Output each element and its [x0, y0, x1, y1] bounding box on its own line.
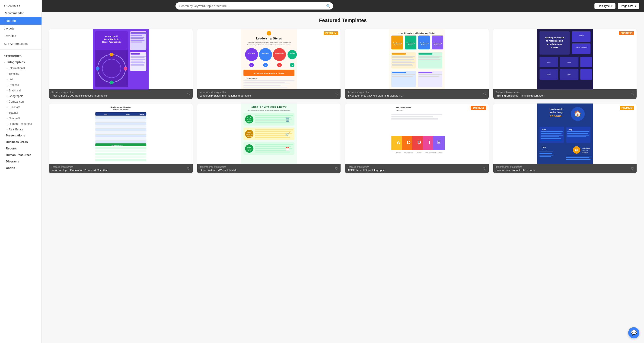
- sidebar-category-business-cards[interactable]: › Business Cards: [0, 139, 42, 145]
- sidebar-item-recommended[interactable]: Recommended: [0, 9, 42, 17]
- sidebar-category-infographics[interactable]: ▼ Infographics: [0, 59, 42, 66]
- card-image-orientation: New Employee Orientation Process & Check…: [49, 104, 193, 164]
- favorite-button-microlearning[interactable]: ♡: [483, 92, 486, 96]
- sidebar-category-presentations[interactable]: › Presentations: [0, 132, 42, 139]
- templates-grid: How to Build Good Habits to Boost Produc…: [49, 29, 636, 173]
- svg-text:at home: at home: [550, 114, 562, 118]
- template-card-wfh[interactable]: PREMIUM How to work productively at home…: [493, 104, 637, 173]
- svg-rect-17: [130, 40, 144, 41]
- favorite-button-addie[interactable]: ♡: [483, 166, 486, 171]
- sidebar-category-reports[interactable]: › Reports: [0, 145, 42, 152]
- search-input[interactable]: [176, 2, 333, 10]
- svg-text:01: 01: [575, 149, 578, 152]
- favorite-button-wfh[interactable]: ♡: [631, 166, 634, 171]
- svg-text:Step 2:: Step 2:: [247, 132, 251, 133]
- svg-rect-78: [392, 64, 412, 65]
- svg-rect-16: [130, 38, 143, 39]
- svg-rect-2: [95, 31, 128, 50]
- template-card-orientation[interactable]: New Employee Orientation Process & Check…: [49, 104, 193, 173]
- sidebar-sub-tutorial[interactable]: Tutorial: [0, 110, 42, 116]
- sidebar-sub-real-estate[interactable]: Real Estate: [0, 127, 42, 132]
- svg-rect-91: [418, 74, 442, 75]
- sidebar-category-charts[interactable]: › Charts: [0, 165, 42, 171]
- svg-rect-79: [392, 66, 413, 66]
- favorite-button-orientation[interactable]: ♡: [187, 166, 190, 171]
- sidebar-sub-process[interactable]: Process: [0, 82, 42, 88]
- plan-type-dropdown[interactable]: Plan Type ▾: [594, 3, 616, 9]
- svg-text:avoid phishing: avoid phishing: [547, 43, 562, 45]
- svg-text:Microlearning: Microlearning: [406, 42, 416, 44]
- svg-text:Delivery: Delivery: [422, 44, 427, 46]
- sidebar-category-human-resources[interactable]: › Human Resources: [0, 152, 42, 158]
- svg-text:Slide 4: Slide 4: [547, 74, 550, 75]
- svg-text:4: 4: [292, 64, 293, 66]
- sidebar-item-layouts[interactable]: Layouts: [0, 25, 42, 32]
- card-footer-leadership: Informational Infographics Leadership St…: [197, 89, 341, 99]
- sidebar: BROWSE BY Recommended Featured Layouts F…: [0, 0, 42, 343]
- svg-point-33: [245, 48, 258, 61]
- chevron-right-icon-4: ›: [4, 154, 4, 156]
- svg-rect-168: [255, 152, 290, 152]
- svg-text:Content: Content: [408, 44, 413, 46]
- sidebar-item-favorites[interactable]: Favorites: [0, 32, 42, 40]
- favorite-button-leadership[interactable]: ♡: [335, 92, 338, 96]
- svg-rect-25: [130, 62, 145, 63]
- sidebar-sub-list[interactable]: List: [0, 77, 42, 82]
- template-card-zerowaste[interactable]: Steps To A Zero-Waste Lifestyle Do you w…: [197, 104, 341, 173]
- sidebar-sub-timeline[interactable]: Timeline: [0, 71, 42, 77]
- svg-text:HR Requirements: HR Requirements: [112, 145, 123, 146]
- svg-rect-134: [95, 156, 146, 158]
- sidebar-sub-fun-data[interactable]: Fun Data: [0, 104, 42, 110]
- svg-rect-84: [418, 59, 440, 60]
- template-card-habits[interactable]: How to Build Good Habits to Boost Produc…: [49, 29, 193, 99]
- svg-text:DEVELOPMENT: DEVELOPMENT: [404, 152, 413, 154]
- sidebar-category-diagrams[interactable]: › Diagrams: [0, 158, 42, 165]
- template-card-microlearning[interactable]: 4 Key Elements of a Microlearning Module…: [345, 29, 489, 99]
- card-footer-text-wfh: Informational Infographics How to work p…: [496, 166, 536, 172]
- svg-rect-125: [95, 131, 146, 134]
- svg-text:CHARISMATIC: CHARISMATIC: [289, 53, 295, 54]
- card-footer-orientation: Process Infographics New Employee Orient…: [49, 164, 193, 173]
- card-category-habits: Process Infographics: [52, 91, 107, 94]
- card-image-zerowaste: Steps To A Zero-Waste Lifestyle Do you w…: [197, 104, 341, 164]
- svg-rect-120: [95, 116, 146, 119]
- svg-rect-22: [130, 57, 144, 58]
- card-title-phishing: Phishing Employee Training Presentation: [496, 94, 544, 97]
- template-card-addie[interactable]: BUSINESS The ADDIE Model Explained A D: [345, 104, 489, 173]
- sidebar-sub-human-resources[interactable]: Human Resources: [0, 121, 42, 127]
- svg-text:The ADDIE Model: The ADDIE Model: [396, 107, 411, 109]
- sidebar-sub-nonprofit[interactable]: Nonprofit: [0, 116, 42, 121]
- sidebar-item-featured[interactable]: Featured: [0, 17, 42, 25]
- card-image-habits: How to Build Good Habits to Boost Produc…: [49, 29, 193, 89]
- favorite-button-habits[interactable]: ♡: [187, 92, 190, 96]
- sidebar-sub-comparison[interactable]: Comparison: [0, 99, 42, 104]
- svg-text:Leadership Styles: Leadership Styles: [256, 37, 282, 40]
- sidebar-sub-statistical[interactable]: Statistical: [0, 88, 42, 93]
- svg-rect-107: [580, 57, 592, 67]
- sidebar-sub-geographic[interactable]: Geographic: [0, 93, 42, 99]
- svg-rect-209: [567, 131, 589, 132]
- sidebar-item-all-templates[interactable]: See All Templates: [0, 40, 42, 48]
- svg-rect-21: [130, 56, 146, 57]
- svg-text:Plan for a: Plan for a: [247, 148, 252, 150]
- card-footer-phishing: Business Presentations Phishing Employee…: [493, 89, 637, 99]
- svg-rect-201: [540, 131, 563, 132]
- sidebar-sub-informational[interactable]: Informational: [0, 66, 42, 71]
- card-title-addie: ADDIE Model Steps Infographic: [348, 169, 385, 172]
- svg-text:Boost Productivity: Boost Productivity: [102, 41, 121, 43]
- page-size-dropdown[interactable]: Page Size ▾: [618, 3, 639, 9]
- template-card-phishing[interactable]: BUSINESS Training employees to recognize…: [493, 29, 637, 99]
- favorite-button-zerowaste[interactable]: ♡: [335, 166, 338, 171]
- svg-text:I: I: [429, 139, 430, 145]
- svg-rect-217: [540, 155, 553, 155]
- svg-rect-15: [130, 37, 144, 38]
- sidebar-divider-1: [0, 50, 42, 50]
- favorite-button-phishing[interactable]: ♡: [631, 92, 634, 96]
- svg-rect-23: [130, 59, 145, 60]
- svg-rect-89: [418, 71, 442, 87]
- chat-widget-button[interactable]: 💬: [628, 327, 639, 338]
- search-button[interactable]: 🔍: [326, 4, 331, 8]
- card-footer-habits: Process Infographics How To Build Good H…: [49, 89, 193, 99]
- card-footer-microlearning: Process Infographics 4 Key Elements Of A…: [345, 89, 489, 99]
- template-card-leadership[interactable]: PREMIUM Leadership Styles Just as with p…: [197, 29, 341, 99]
